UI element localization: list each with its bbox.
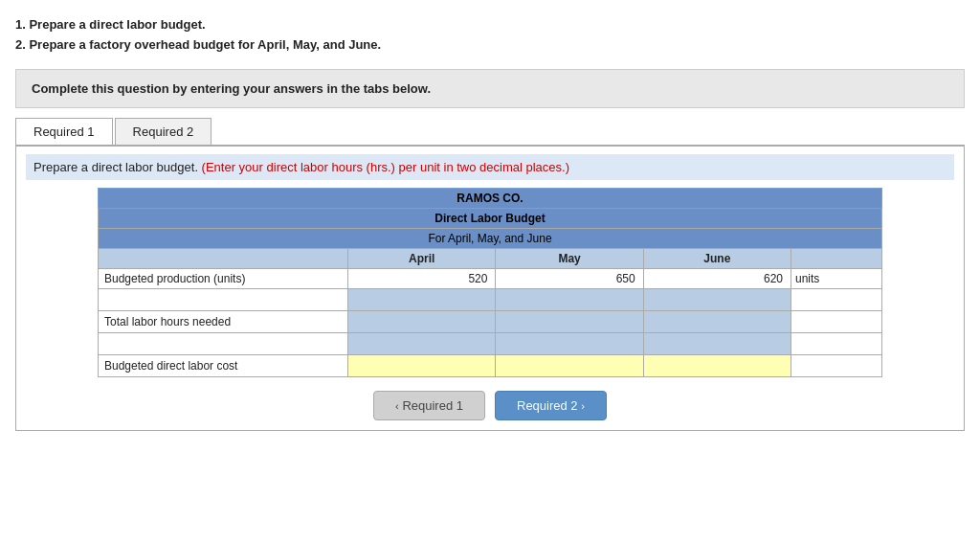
row4-june-cell <box>643 354 791 376</box>
row4-may-input[interactable] <box>501 358 636 373</box>
next-chevron: › <box>581 400 585 412</box>
company-row: RAMOS CO. <box>99 188 882 208</box>
instruction-text: Complete this question by entering your … <box>32 81 431 96</box>
intro-section: 1. Prepare a direct labor budget. 2. Pre… <box>15 15 965 56</box>
row4-april-input[interactable] <box>354 358 489 373</box>
table-period: For April, May, and June <box>99 228 882 248</box>
col-label-header <box>99 248 348 268</box>
next-label: Required 2 <box>517 398 578 413</box>
row3-june-cell <box>643 332 791 354</box>
row2-april-input[interactable] <box>354 314 489 329</box>
prev-chevron: ‹ <box>395 400 399 412</box>
row3-may-cell <box>496 332 643 354</box>
table-row: Total labor hours needed <box>99 310 882 332</box>
row3-units <box>791 332 882 354</box>
title-row: Direct Labor Budget <box>99 208 882 228</box>
col-april-header: April <box>348 248 496 268</box>
question-red-text: (Enter your direct labor hours (hrs.) pe… <box>202 160 569 174</box>
tab-required2[interactable]: Required 2 <box>115 118 212 145</box>
next-button[interactable]: Required 2 › <box>495 391 607 420</box>
row0-may: 650 <box>496 268 643 288</box>
row0-units: units <box>791 268 882 288</box>
row1-units <box>791 288 882 310</box>
table-title: Direct Labor Budget <box>99 208 882 228</box>
col-june-header: June <box>643 248 791 268</box>
row2-april-cell <box>348 310 496 332</box>
row2-may-cell <box>496 310 643 332</box>
tabs-container: Required 1 Required 2 <box>15 118 965 147</box>
intro-line2: 2. Prepare a factory overhead budget for… <box>15 35 965 56</box>
col-may-header: May <box>496 248 643 268</box>
column-header-row: April May June <box>99 248 882 268</box>
col-units-header <box>791 248 882 268</box>
row3-label <box>99 332 348 354</box>
row0-label: Budgeted production (units) <box>99 268 348 288</box>
row1-april-cell <box>348 288 496 310</box>
row4-label: Budgeted direct labor cost <box>99 354 348 376</box>
row1-june-input[interactable] <box>650 292 785 307</box>
row0-june: 620 <box>643 268 791 288</box>
table-row: Budgeted direct labor cost <box>99 354 882 376</box>
table-row <box>99 332 882 354</box>
company-name: RAMOS CO. <box>99 188 882 208</box>
row4-june-input[interactable] <box>650 358 785 373</box>
row2-units <box>791 310 882 332</box>
row1-may-cell <box>496 288 643 310</box>
row2-june-cell <box>643 310 791 332</box>
question-header: Prepare a direct labor budget. (Enter yo… <box>26 154 954 180</box>
row1-april-input[interactable] <box>354 292 489 307</box>
question-static-text: Prepare a direct labor budget. <box>33 160 202 174</box>
table-row <box>99 288 882 310</box>
intro-line1: 1. Prepare a direct labor budget. <box>15 15 965 35</box>
row2-may-input[interactable] <box>501 314 636 329</box>
nav-buttons: ‹ Required 1 Required 2 › <box>26 391 954 420</box>
row3-april-input[interactable] <box>354 336 489 351</box>
budget-table: RAMOS CO. Direct Labor Budget For April,… <box>98 188 882 377</box>
instruction-box: Complete this question by entering your … <box>15 69 965 108</box>
row1-label <box>99 288 348 310</box>
row3-april-cell <box>348 332 496 354</box>
row4-may-cell <box>496 354 643 376</box>
row1-june-cell <box>643 288 791 310</box>
period-row: For April, May, and June <box>99 228 882 248</box>
row4-april-cell <box>348 354 496 376</box>
prev-label: Required 1 <box>402 398 463 413</box>
row1-may-input[interactable] <box>501 292 636 307</box>
row2-june-input[interactable] <box>650 314 785 329</box>
row4-units <box>791 354 882 376</box>
tab-required1[interactable]: Required 1 <box>15 118 113 145</box>
row2-label: Total labor hours needed <box>99 310 348 332</box>
tab-content: Prepare a direct labor budget. (Enter yo… <box>15 147 965 431</box>
row0-april: 520 <box>348 268 496 288</box>
row3-may-input[interactable] <box>501 336 636 351</box>
row3-june-input[interactable] <box>650 336 785 351</box>
table-row: Budgeted production (units) 520 650 620 … <box>99 268 882 288</box>
prev-button[interactable]: ‹ Required 1 <box>373 391 485 420</box>
